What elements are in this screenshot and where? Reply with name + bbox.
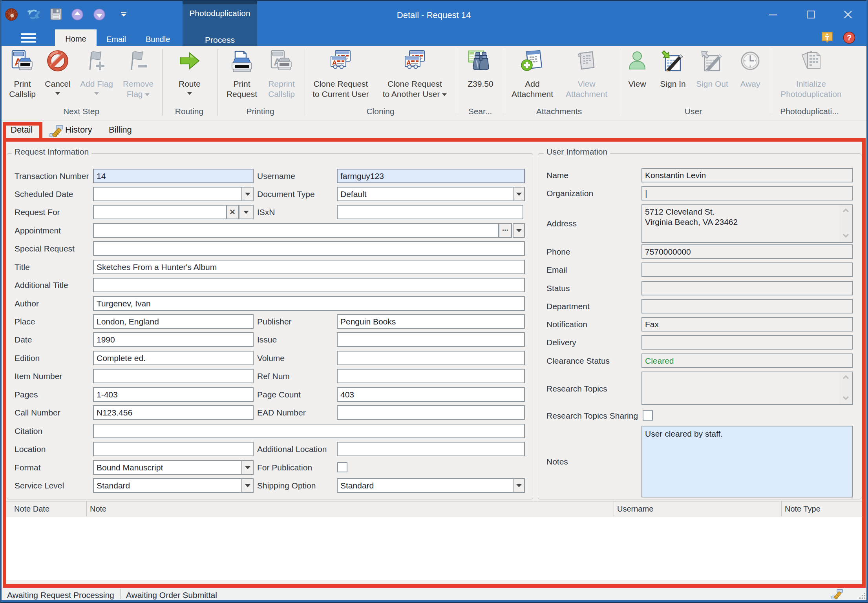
svg-text:?: ? <box>847 33 852 42</box>
